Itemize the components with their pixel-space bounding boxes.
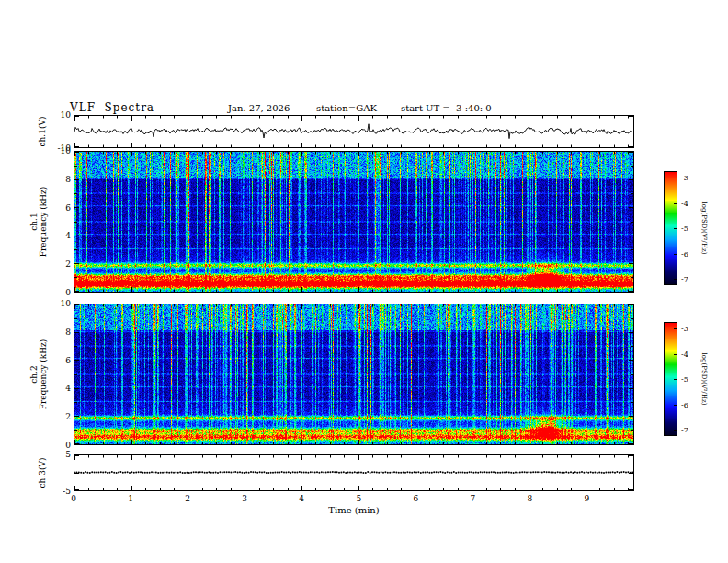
x-tick-label: 4 xyxy=(296,494,307,503)
y-tick-label: 8 xyxy=(49,175,71,184)
x-tick-label: 9 xyxy=(581,494,592,503)
colorbar-tick-label: -7 xyxy=(681,426,688,434)
colorbar-tick-label: -7 xyxy=(681,275,688,283)
y-tick-label: 2 xyxy=(49,412,71,421)
ch1-frequency-axis-label: ch.1 Frequency (kHz) xyxy=(29,187,48,258)
station-label: station=GAK xyxy=(316,103,377,113)
y-tick-label: 2 xyxy=(49,259,71,269)
y-tick-label: 4 xyxy=(49,231,71,240)
colorbar-tick-label: -6 xyxy=(681,250,688,259)
x-tick-label: 7 xyxy=(467,494,478,503)
ch2-frequency-axis-label: ch.2 Frequency (kHz) xyxy=(29,339,48,410)
y-tick-label: 8 xyxy=(49,327,71,337)
start-ut-label: start UT = 3 :40: 0 xyxy=(401,103,492,113)
y-tick-label: 0 xyxy=(49,288,71,297)
y-tick-label: 0 xyxy=(49,441,71,450)
colorbar-tick-label: -4 xyxy=(681,200,688,208)
x-tick-label: 2 xyxy=(182,494,193,503)
y-tick-label: -5 xyxy=(49,487,71,496)
x-tick-label: 6 xyxy=(410,494,421,503)
ch3-voltage-axis-label: ch.3(V) xyxy=(38,458,47,488)
colorbar-ch2-label: log(PSD)(V²/Hz) xyxy=(700,353,708,406)
x-tick-label: 3 xyxy=(239,494,250,503)
y-tick-label: 10 xyxy=(49,110,71,120)
ch1-spectrogram-canvas xyxy=(74,152,633,292)
colorbar-ch2 xyxy=(664,322,677,436)
y-tick-label: 6 xyxy=(49,203,71,213)
y-tick-label: 4 xyxy=(49,384,71,393)
y-tick-label: 5 xyxy=(49,450,71,459)
ch1-waveform-panel xyxy=(74,115,634,148)
ch1-spectrogram-panel xyxy=(74,151,634,293)
colorbar-tick-label: -5 xyxy=(681,375,688,384)
ch2-frequency-axis-text: Frequency (kHz) xyxy=(39,339,48,410)
x-tick-label: 5 xyxy=(353,494,364,503)
colorbar-ch1-canvas xyxy=(665,172,677,284)
date-label: Jan. 27, 2026 xyxy=(228,103,290,113)
ch1-frequency-axis-text: Frequency (kHz) xyxy=(39,187,48,258)
colorbar-ch1 xyxy=(664,171,677,285)
colorbar-tick-label: -6 xyxy=(681,401,688,409)
colorbar-tick-label: -3 xyxy=(681,325,688,333)
ch1-channel-label: ch.1 xyxy=(29,187,39,258)
time-axis-label: Time (min) xyxy=(74,505,634,515)
ch1-waveform-canvas xyxy=(74,116,633,147)
colorbar-tick-label: -3 xyxy=(681,174,688,182)
ch3-waveform-panel xyxy=(74,454,634,491)
colorbar-tick-label: -4 xyxy=(681,350,688,359)
ch3-waveform-canvas xyxy=(74,455,633,490)
y-tick-label: 10 xyxy=(49,146,71,155)
x-tick-label: 1 xyxy=(125,494,136,503)
x-tick-label: 8 xyxy=(524,494,535,503)
ch2-channel-label: ch.2 xyxy=(29,339,39,410)
y-tick-label: 10 xyxy=(49,299,71,308)
y-tick-label: 6 xyxy=(49,356,71,365)
figure-title: VLF Spectra xyxy=(70,101,154,114)
ch2-spectrogram-canvas xyxy=(74,304,633,444)
vlf-spectra-figure: VLF Spectra Jan. 27, 2026 station=GAK st… xyxy=(0,0,728,563)
colorbar-tick-label: -5 xyxy=(681,224,688,233)
ch2-spectrogram-panel xyxy=(74,304,634,445)
colorbar-ch1-label: log(PSD)(V²/Hz) xyxy=(700,202,708,255)
ch1-voltage-axis-label: ch.1(V) xyxy=(38,117,47,147)
colorbar-ch2-canvas xyxy=(665,323,677,435)
